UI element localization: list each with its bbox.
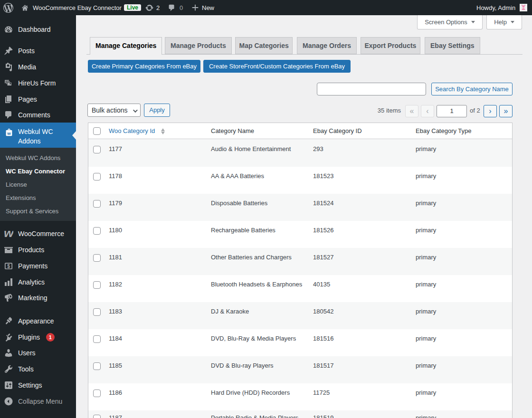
svg-text:$: $ [7,264,10,269]
svg-text:w: w [4,229,13,238]
svg-text:w: w [7,131,11,136]
